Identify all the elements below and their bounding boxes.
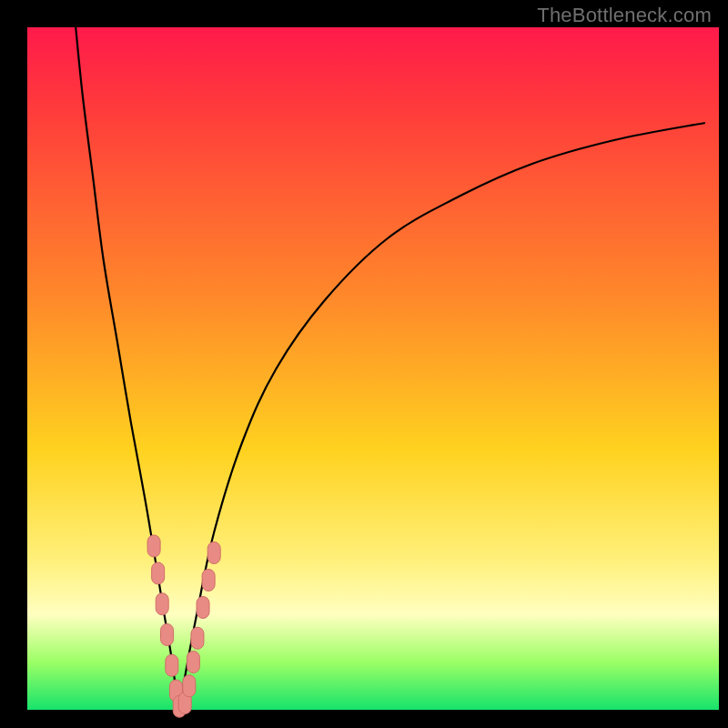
data-marker bbox=[161, 624, 174, 646]
data-marker bbox=[191, 627, 204, 649]
data-marker bbox=[202, 570, 215, 592]
chart-frame: TheBottleneck.com bbox=[0, 0, 728, 728]
marker-group bbox=[147, 535, 220, 717]
chart-svg bbox=[0, 0, 728, 728]
data-marker bbox=[187, 652, 199, 673]
watermark-text: TheBottleneck.com bbox=[537, 4, 712, 27]
data-marker bbox=[156, 593, 168, 615]
data-marker bbox=[197, 597, 209, 619]
data-marker bbox=[147, 535, 160, 557]
data-marker bbox=[166, 654, 178, 676]
data-marker bbox=[207, 542, 220, 564]
data-marker bbox=[183, 675, 196, 697]
data-marker bbox=[152, 562, 165, 584]
curve-right-branch bbox=[179, 123, 705, 710]
